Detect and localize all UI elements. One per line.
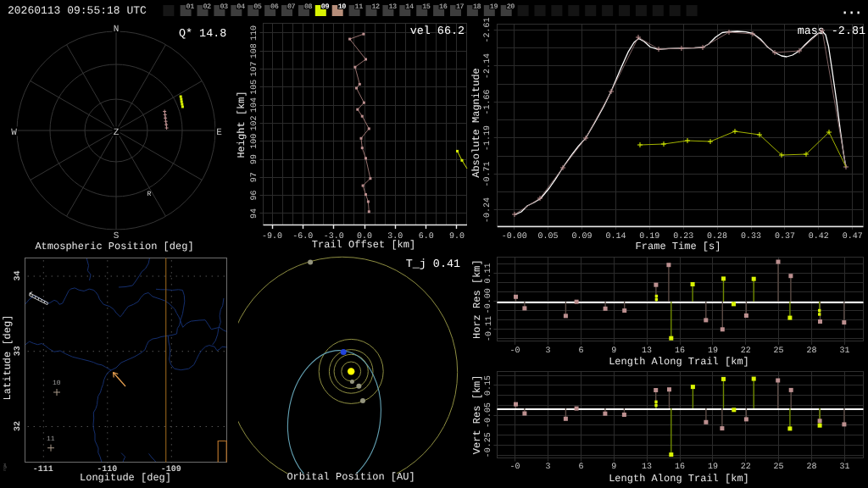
svg-text:108: 108 (250, 43, 259, 58)
svg-text:05: 05 (253, 3, 262, 11)
svg-text:Length Along Trail [km]: Length Along Trail [km] (609, 473, 749, 485)
svg-text:-0.71: -0.71 (483, 161, 492, 186)
svg-text:09: 09 (321, 3, 330, 11)
svg-text:0.09: 0.09 (571, 232, 592, 241)
svg-text:15: 15 (422, 3, 431, 11)
svg-text:20260113 09:55:18 UTC: 20260113 09:55:18 UTC (8, 4, 147, 17)
svg-text:mass -2.81: mass -2.81 (798, 25, 865, 38)
svg-text:22: 22 (741, 463, 751, 472)
svg-text:96: 96 (250, 191, 259, 201)
svg-text:22: 22 (741, 347, 751, 356)
svg-text:rgw: rgw (3, 463, 8, 471)
svg-text:0.47: 0.47 (843, 232, 863, 241)
svg-text:10: 10 (53, 380, 61, 387)
svg-text:-2.14: -2.14 (483, 53, 492, 79)
svg-text:-1.66: -1.66 (483, 89, 492, 114)
svg-text:34: 34 (14, 270, 23, 280)
svg-text:32: 32 (14, 421, 23, 431)
svg-text:11: 11 (355, 3, 364, 11)
svg-text:W: W (11, 128, 17, 138)
svg-text:6.0: 6.0 (419, 232, 434, 241)
svg-text:110: 110 (250, 25, 259, 41)
svg-text:04: 04 (236, 3, 245, 11)
svg-text:6: 6 (578, 347, 583, 356)
svg-text:28: 28 (806, 463, 816, 472)
svg-text:9.0: 9.0 (449, 232, 465, 241)
svg-text:0.14: 0.14 (605, 232, 626, 241)
svg-text:31: 31 (839, 347, 849, 356)
svg-text:Latitude [deg]: Latitude [deg] (2, 315, 14, 401)
svg-text:Longitude [deg]: Longitude [deg] (80, 472, 171, 484)
svg-text:25: 25 (774, 347, 784, 356)
svg-text:-0: -0 (510, 463, 520, 472)
svg-text:Height [km]: Height [km] (236, 91, 248, 158)
svg-text:-6.0: -6.0 (292, 232, 313, 241)
svg-text:17: 17 (456, 3, 465, 11)
svg-text:07: 07 (287, 3, 296, 11)
svg-text:0.11: 0.11 (485, 263, 494, 284)
svg-text:18: 18 (473, 3, 481, 11)
svg-text:107: 107 (250, 61, 259, 76)
svg-text:33: 33 (14, 346, 23, 356)
svg-text:N: N (114, 25, 120, 35)
svg-text:16: 16 (675, 347, 685, 356)
svg-text:-0: -0 (510, 347, 520, 356)
svg-text:03: 03 (220, 3, 228, 11)
svg-text:vel 66.2: vel 66.2 (410, 25, 465, 38)
svg-text:28: 28 (806, 347, 816, 356)
svg-text:100: 100 (250, 134, 259, 149)
svg-text:104: 104 (250, 97, 259, 113)
svg-text:19: 19 (490, 3, 498, 11)
svg-text:-0.11: -0.11 (485, 316, 494, 341)
svg-text:13: 13 (388, 3, 397, 11)
svg-text:-0.05: -0.05 (485, 402, 494, 428)
svg-text:94: 94 (250, 208, 259, 219)
svg-text:-1.19: -1.19 (483, 125, 492, 151)
svg-text:-9.0: -9.0 (262, 232, 282, 241)
svg-text:-111: -111 (33, 465, 53, 474)
svg-text:-0.25: -0.25 (485, 432, 494, 458)
svg-text:Length Along Trail [km]: Length Along Trail [km] (609, 356, 749, 368)
svg-text:13: 13 (642, 463, 652, 472)
svg-text:02: 02 (203, 3, 212, 11)
svg-text:R: R (147, 191, 152, 198)
svg-text:12: 12 (372, 3, 381, 11)
svg-text:99: 99 (250, 154, 259, 164)
svg-text:9: 9 (611, 347, 616, 356)
svg-text:-0.00: -0.00 (485, 288, 494, 313)
svg-text:Frame Time [s]: Frame Time [s] (636, 241, 721, 252)
svg-text:Orbital Position [AU]: Orbital Position [AU] (287, 471, 415, 483)
svg-text:Absolute Magnitude: Absolute Magnitude (470, 68, 482, 178)
svg-text:6: 6 (578, 463, 583, 472)
svg-text:Vert Res [km]: Vert Res [km] (471, 375, 483, 455)
svg-text:T_j 0.41: T_j 0.41 (406, 258, 460, 271)
svg-text:Horz Res [km]: Horz Res [km] (471, 259, 483, 339)
svg-text:20: 20 (507, 3, 515, 11)
svg-text:16: 16 (439, 3, 448, 11)
svg-text:01: 01 (186, 3, 195, 11)
svg-text:19: 19 (708, 347, 718, 356)
svg-text:16: 16 (675, 463, 685, 472)
svg-text:0.37: 0.37 (775, 232, 795, 241)
svg-text:9: 9 (611, 463, 616, 472)
svg-text:-2.61: -2.61 (483, 17, 492, 42)
svg-text:-0.00: -0.00 (502, 232, 527, 241)
svg-text:-0.24: -0.24 (483, 197, 492, 223)
svg-text:25: 25 (774, 463, 784, 472)
svg-text:0.15: 0.15 (485, 375, 494, 396)
svg-text:S: S (114, 231, 120, 241)
svg-text:13: 13 (642, 347, 652, 356)
svg-text:3: 3 (545, 347, 550, 356)
svg-text:19: 19 (708, 463, 718, 472)
svg-text:97: 97 (250, 172, 259, 182)
svg-text:0.33: 0.33 (741, 232, 761, 241)
svg-text:Q* 14.8: Q* 14.8 (179, 28, 226, 41)
svg-text:06: 06 (270, 3, 279, 11)
svg-text:105: 105 (250, 80, 259, 95)
svg-text:3: 3 (545, 463, 550, 472)
svg-text:Trail Offset [km]: Trail Offset [km] (312, 239, 415, 251)
svg-text:Z: Z (114, 128, 120, 138)
svg-text:14: 14 (405, 3, 414, 11)
svg-text:Atmospheric Position [deg]: Atmospheric Position [deg] (35, 241, 193, 252)
svg-text:E: E (216, 128, 222, 138)
